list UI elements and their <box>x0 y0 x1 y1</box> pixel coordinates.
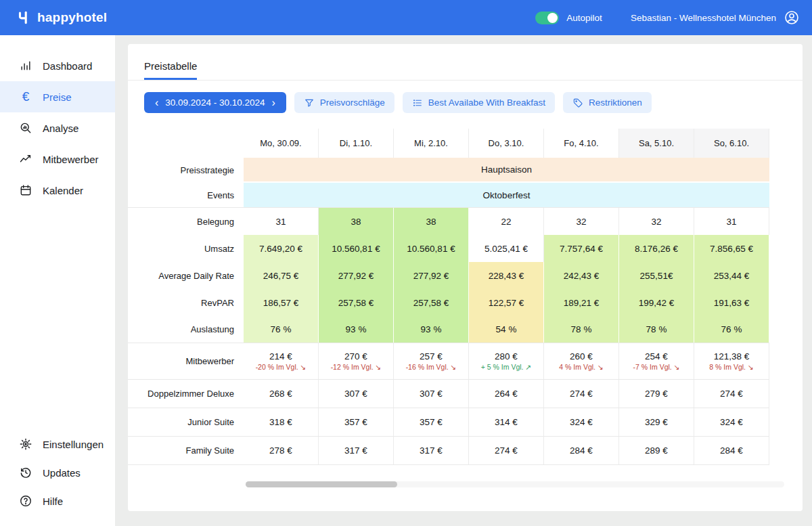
sidebar-item-updates[interactable]: Updates <box>0 458 115 487</box>
toolbar-button-restriktionen[interactable]: Restriktionen <box>563 92 652 113</box>
autopilot-toggle[interactable] <box>535 12 559 24</box>
horizontal-scrollbar-track[interactable] <box>246 481 784 487</box>
kpi-cell-average-daily-rate: 246,75 € <box>244 262 319 289</box>
oktoberfest-band[interactable]: Oktoberfest <box>244 183 769 207</box>
room-price-cell[interactable]: 317 € <box>319 437 394 464</box>
day-column-header-so-6-10[interactable]: So, 6.10. <box>694 129 769 158</box>
room-price-cell[interactable]: 307 € <box>394 380 469 408</box>
user-name: Sebastian - Wellnesshotel München <box>631 13 776 23</box>
kpi-row-belegung: Belegung31383822323231 <box>128 208 769 235</box>
competitor-price: 254 € <box>645 351 668 361</box>
toolbar-buttons: PreisvorschlägeBest Availabe With Breakf… <box>294 92 652 113</box>
sidebar-item-mitbewerber[interactable]: Mitbewerber <box>0 144 115 175</box>
banner-row-preisstrategie: PreisstrategieHauptsaison <box>128 158 769 183</box>
room-price-cell[interactable]: 357 € <box>394 408 469 436</box>
room-price-cell[interactable]: 289 € <box>619 437 694 464</box>
kpi-cell-revpar: 191,63 € <box>694 289 769 316</box>
room-price-cell[interactable]: 274 € <box>544 380 619 408</box>
row-label-auslastung: Auslastung <box>128 316 244 343</box>
kpi-cell-revpar: 257,58 € <box>394 289 469 316</box>
button-label: Best Availabe With Breakfast <box>428 97 545 108</box>
row-label-events: Events <box>128 183 244 207</box>
date-range-picker[interactable]: ‹ 30.09.2024 - 30.10.2024 › <box>144 92 286 113</box>
room-price-cell[interactable]: 324 € <box>694 408 769 436</box>
sidebar-item-analyse[interactable]: Analyse <box>0 112 115 144</box>
hauptsaison-band[interactable]: Hauptsaison <box>244 158 769 183</box>
competitor-delta: 8 % Im Vgl. ↘ <box>709 363 753 371</box>
kpi-cell-auslastung: 54 % <box>469 316 544 343</box>
room-price-cell[interactable]: 274 € <box>469 437 544 464</box>
help-icon <box>19 494 32 508</box>
kpi-cell-umsatz: 7.649,20 € <box>244 235 319 262</box>
kpi-row-revpar: RevPAR186,57 €257,58 €257,58 €122,57 €18… <box>128 289 769 316</box>
competitor-price: 270 € <box>344 351 367 361</box>
room-price-cell[interactable]: 307 € <box>319 380 394 408</box>
happyhotel-logo-icon <box>16 10 31 25</box>
chevron-right-icon[interactable]: › <box>270 97 276 108</box>
kpi-cell-belegung: 31 <box>694 208 769 235</box>
competitor-delta: -16 % Im Vgl. ↘ <box>406 363 457 371</box>
sidebar-item-dashboard[interactable]: Dashboard <box>0 50 115 81</box>
room-price-cell[interactable]: 284 € <box>544 437 619 464</box>
user-menu[interactable]: Sebastian - Wellnesshotel München <box>631 9 800 26</box>
sidebar-item-label: Analyse <box>43 123 78 134</box>
day-column-header-do-3-10[interactable]: Do, 3.10. <box>469 129 544 158</box>
kpi-cell-belegung: 38 <box>394 208 469 235</box>
sidebar-item-label: Updates <box>43 467 81 479</box>
horizontal-scrollbar-thumb[interactable] <box>246 481 397 487</box>
toolbar-button-preisvorschlage[interactable]: Preisvorschläge <box>294 92 394 113</box>
row-label-revpar: RevPAR <box>128 289 244 316</box>
room-price-cell[interactable]: 274 € <box>694 380 769 408</box>
room-price-cell[interactable]: 264 € <box>469 380 544 408</box>
sidebar-item-kalender[interactable]: Kalender <box>0 175 115 206</box>
kpi-cell-umsatz: 8.176,26 € <box>619 235 694 262</box>
calendar-icon <box>19 183 32 197</box>
day-column-header-mo-30-09[interactable]: Mo, 30.09. <box>244 129 319 158</box>
toolbar-button-best-availabe-with-breakfast[interactable]: Best Availabe With Breakfast <box>403 92 555 113</box>
kpi-cell-average-daily-rate: 277,92 € <box>319 262 394 289</box>
day-column-header-sa-5-10[interactable]: Sa, 5.10. <box>619 129 694 158</box>
tab-preistabelle[interactable]: Preistabelle <box>144 60 197 80</box>
sidebar-item-hilfe[interactable]: Hilfe <box>0 487 115 515</box>
row-label-mitbewerber: Mitbewerber <box>128 343 244 379</box>
autopilot-label: Autopilot <box>566 13 602 23</box>
day-column-header-fo-4-10[interactable]: Fo, 4.10. <box>544 129 619 158</box>
sidebar-footer: EinstellungenUpdatesHilfe <box>0 430 115 515</box>
kpi-cell-belegung: 22 <box>469 208 544 235</box>
day-column-header-mi-2-10[interactable]: Mi, 2.10. <box>394 129 469 158</box>
competitor-cell: 280 €+ 5 % Im Vgl. ↗ <box>469 343 544 379</box>
room-price-cell[interactable]: 314 € <box>469 408 544 436</box>
row-label-family-suite: Family Suite <box>128 437 244 464</box>
chevron-left-icon[interactable]: ‹ <box>154 97 160 108</box>
competitor-cell: 260 €4 % Im Vgl. ↘ <box>544 343 619 379</box>
sidebar-item-preise[interactable]: €Preise <box>0 81 115 112</box>
kpi-cell-umsatz: 10.560,81 € <box>394 235 469 262</box>
kpi-cell-revpar: 257,58 € <box>319 289 394 316</box>
room-price-cell[interactable]: 268 € <box>244 380 319 408</box>
competitor-cell: 254 €-7 % Im Vgl. ↘ <box>619 343 694 379</box>
kpi-cell-umsatz: 10.560,81 € <box>319 235 394 262</box>
tab-label: Preistabelle <box>144 60 197 72</box>
kpi-cell-average-daily-rate: 228,43 € <box>469 262 544 289</box>
day-column-header-di-1-10[interactable]: Di, 1.10. <box>319 129 394 158</box>
date-range-label: 30.09.2024 - 30.10.2024 <box>165 97 265 108</box>
kpi-cell-umsatz: 7.757,64 € <box>544 235 619 262</box>
room-price-cell[interactable]: 329 € <box>619 408 694 436</box>
room-price-cell[interactable]: 318 € <box>244 408 319 436</box>
button-label: Restriktionen <box>589 97 642 108</box>
kpi-row-auslastung: Auslastung76 %93 %93 %54 %78 %78 %76 % <box>128 316 769 343</box>
button-label: Preisvorschläge <box>320 97 385 108</box>
room-price-cell[interactable]: 324 € <box>544 408 619 436</box>
competitor-cell: 214 €-20 % Im Vgl. ↘ <box>244 343 319 379</box>
autopilot-control: Autopilot <box>535 12 602 24</box>
room-price-cell[interactable]: 357 € <box>319 408 394 436</box>
kpi-cell-auslastung: 93 % <box>319 316 394 343</box>
kpi-cell-belegung: 31 <box>244 208 319 235</box>
sidebar-item-einstellungen[interactable]: Einstellungen <box>0 430 115 458</box>
competitor-cell: 121,38 €8 % Im Vgl. ↘ <box>694 343 769 379</box>
app-logo[interactable]: happyhotel <box>16 10 107 25</box>
room-price-cell[interactable]: 317 € <box>394 437 469 464</box>
room-price-cell[interactable]: 279 € <box>619 380 694 408</box>
room-price-cell[interactable]: 284 € <box>694 437 769 464</box>
room-price-cell[interactable]: 278 € <box>244 437 319 464</box>
